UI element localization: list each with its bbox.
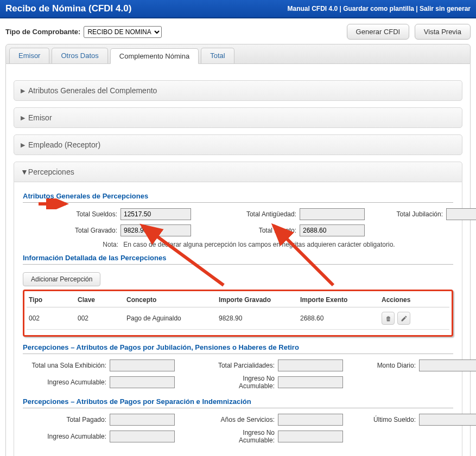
divider	[23, 354, 453, 354]
pencil-icon	[401, 315, 408, 322]
tab-otros-datos[interactable]: Otros Datos	[52, 48, 107, 63]
th-clave: Clave	[75, 293, 124, 307]
link-plantilla[interactable]: Guardar como plantilla	[343, 5, 414, 12]
add-percepcion-button[interactable]: Adicionar Percepción	[23, 272, 100, 286]
th-gravado: Importe Gravado	[217, 293, 298, 307]
accordion-label: Emisor	[28, 113, 52, 122]
label-total-una-exhibicion: Total una Sola Exhibición:	[23, 362, 110, 369]
generar-cfdi-button[interactable]: Generar CFDI	[347, 24, 410, 40]
label-ingreso-no-acumulable-sep: Ingreso No Acumulable:	[207, 429, 278, 444]
accordion-percepciones[interactable]: ▼ Percepciones	[14, 162, 462, 182]
annotation-arrow-icon	[137, 220, 229, 291]
input-anos-servicios[interactable]	[278, 414, 343, 426]
label-total-antiguedad: Total Antigüedad:	[224, 210, 300, 218]
toolbar: Tipo de Comprobante: RECIBO DE NOMINA Ge…	[0, 18, 476, 44]
input-ingreso-no-acumulable-sep[interactable]	[278, 431, 343, 442]
delete-row-button[interactable]	[382, 312, 395, 325]
cell-acciones	[379, 307, 449, 330]
label-monto-diario: Monto Diario:	[365, 362, 419, 369]
percepciones-table: Tipo Clave Concepto Importe Gravado Impo…	[27, 293, 449, 330]
percepciones-table-highlight: Tipo Clave Concepto Importe Gravado Impo…	[23, 290, 453, 337]
input-total-pagado[interactable]	[110, 414, 175, 426]
input-ultimo-sueldo[interactable]	[419, 414, 476, 426]
page-title: Recibo de Nómina (CFDI 4.0)	[5, 3, 131, 14]
accordion-empleado[interactable]: ▶ Empleado (Receptor)	[14, 134, 462, 155]
th-concepto: Concepto	[124, 293, 217, 307]
percepciones-body: Atributos Generales de Percepciones Tota…	[14, 182, 462, 456]
topbar-links: Manual CFDI 4.0 | Guardar como plantilla…	[287, 5, 471, 12]
input-monto-diario[interactable]	[419, 359, 476, 371]
chevron-right-icon: ▶	[21, 114, 25, 121]
label-total-gravado: Total Gravado:	[23, 227, 120, 234]
input-total-sueldos[interactable]	[120, 208, 191, 220]
tab-emisor[interactable]: Emisor	[9, 48, 49, 63]
input-total-parcialidades[interactable]	[278, 359, 343, 371]
link-manual[interactable]: Manual CFDI 4.0	[287, 5, 338, 12]
svg-line-2	[274, 226, 333, 285]
cell-tipo: 002	[27, 307, 75, 330]
edit-row-button[interactable]	[397, 312, 410, 325]
chevron-right-icon: ▶	[21, 142, 25, 149]
annotation-arrow-icon	[39, 198, 71, 209]
annotation-arrow-icon	[268, 220, 339, 291]
vista-previa-button[interactable]: Vista Previa	[415, 24, 471, 40]
chevron-right-icon: ▶	[21, 87, 25, 94]
label-ultimo-sueldo: Último Sueldo:	[365, 416, 419, 423]
cell-concepto: Pago de Aguinaldo	[124, 307, 217, 330]
input-total-antiguedad[interactable]	[300, 208, 365, 220]
input-total-jubilacion[interactable]	[446, 208, 476, 220]
table-row: 002 002 Pago de Aguinaldo 9828.90 2688.6…	[27, 307, 449, 330]
heading-jubilacion: Percepciones – Atributos de Pagos por Ju…	[23, 343, 453, 351]
topbar: Recibo de Nómina (CFDI 4.0) Manual CFDI …	[0, 0, 476, 18]
svg-line-1	[142, 226, 224, 285]
tabs-bar: Emisor Otros Datos Complemento Nómina To…	[5, 44, 471, 64]
accordion-label: Atributos Generales del Complemento	[28, 86, 157, 95]
heading-atributos-percepciones: Atributos Generales de Percepciones	[23, 192, 453, 200]
label-total-pagado: Total Pagado:	[23, 416, 110, 423]
label-total-jubilacion: Total Jubilación:	[386, 210, 446, 218]
tab-total[interactable]: Total	[201, 48, 234, 63]
label-ingreso-acumulable-sep: Ingreso Acumulable:	[23, 433, 110, 440]
th-exento: Importe Exento	[298, 293, 379, 307]
tipo-comprobante-select[interactable]: RECIBO DE NOMINA	[84, 26, 162, 38]
input-ingreso-acumulable-sep[interactable]	[110, 431, 175, 442]
label-total-sueldos: Total Sueldos:	[23, 210, 120, 218]
cell-exento: 2688.60	[298, 307, 379, 330]
input-total-una-exhibicion[interactable]	[110, 359, 175, 371]
label-total-parcialidades: Total Parcialidades:	[207, 362, 278, 369]
input-ingreso-no-acumulable-jub[interactable]	[278, 376, 343, 388]
label-anos-servicios: Años de Servicios:	[207, 416, 278, 423]
cell-gravado: 9828.90	[217, 307, 298, 330]
accordion-label: Percepciones	[28, 168, 74, 176]
divider	[23, 408, 453, 408]
heading-info-detallada: Información Detallada de las Percepcione…	[23, 254, 453, 262]
tipo-comprobante-label: Tipo de Comprobante:	[5, 28, 80, 36]
divider	[23, 264, 453, 265]
trash-icon	[385, 315, 392, 322]
th-tipo: Tipo	[27, 293, 75, 307]
accordion-label: Empleado (Receptor)	[28, 140, 100, 149]
cell-clave: 002	[75, 307, 124, 330]
tab-complemento-nomina[interactable]: Complemento Nómina	[110, 48, 199, 64]
th-acciones: Acciones	[379, 293, 449, 307]
divider	[23, 202, 453, 203]
input-ingreso-acumulable-jub[interactable]	[110, 376, 175, 388]
accordion-atributos-generales[interactable]: ▶ Atributos Generales del Complemento	[14, 80, 462, 101]
tab-body: ▶ Atributos Generales del Complemento ▶ …	[5, 64, 471, 456]
chevron-down-icon: ▼	[21, 168, 28, 176]
label-ingreso-acumulable: Ingreso Acumulable:	[23, 378, 110, 386]
label-ingreso-no-acumulable: Ingreso No Acumulable:	[207, 375, 278, 390]
nota-row: Nota: En caso de declarar alguna percepc…	[23, 241, 453, 248]
heading-separacion: Percepciones – Atributos de Pagos por Se…	[23, 397, 453, 406]
accordion-emisor[interactable]: ▶ Emisor	[14, 107, 462, 128]
link-salir[interactable]: Salir sin generar	[420, 5, 471, 12]
nota-label: Nota:	[23, 241, 122, 248]
